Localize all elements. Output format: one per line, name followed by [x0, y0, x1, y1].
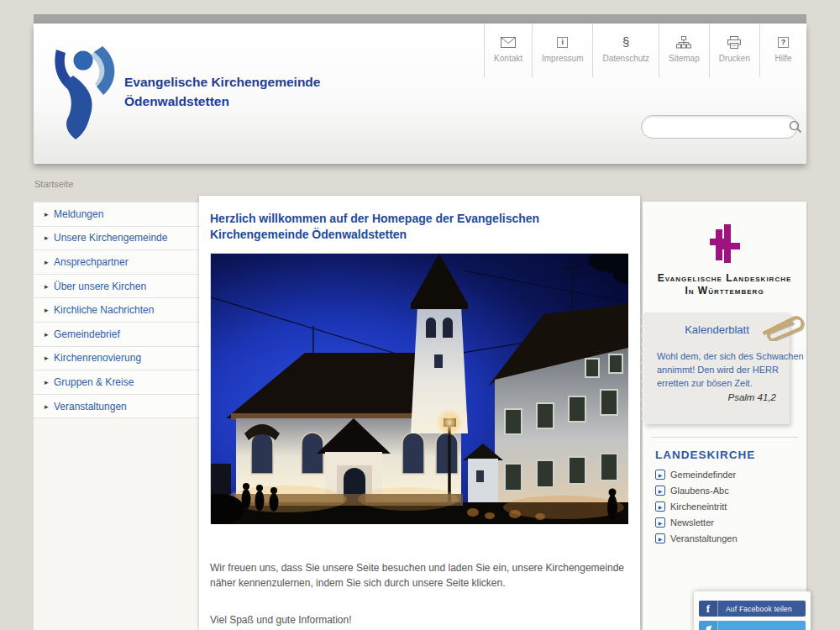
bullet-icon: ▸	[45, 330, 54, 339]
nav-label: Sitemap	[669, 54, 700, 63]
sidebar-item-ansprechpartner[interactable]: ▸Ansprechpartner	[34, 250, 199, 275]
bullet-icon: ▸	[45, 234, 54, 242]
help-icon: ?	[778, 34, 789, 50]
twitter-bird-icon	[699, 621, 718, 630]
bullet-icon: ▸	[45, 210, 54, 218]
verse-line: annimmt! Den wird der HERR	[657, 363, 788, 376]
right-sidebar: Evangelische Landeskirche In Württemberg…	[643, 202, 806, 630]
site-title: Evangelische Kirchengemeinde Ödenwaldste…	[124, 72, 320, 111]
sidebar-item-meldungen[interactable]: ▸Meldungen	[34, 202, 199, 227]
play-icon: ▶	[655, 470, 665, 480]
nav-label: Datenschutz	[602, 54, 649, 63]
verse-line: erretten zur bösen Zeit.	[657, 376, 788, 390]
nav-item-sitemap[interactable]: Sitemap	[659, 24, 709, 77]
site-title-line2: Ödenwaldstetten	[124, 92, 320, 111]
landeskirche-link-newsletter[interactable]: ▶Newsletter	[655, 517, 794, 528]
link-label: Veranstaltungen	[670, 533, 738, 543]
landeskirche-link-gemeindefinder[interactable]: ▶Gemeindefinder	[655, 470, 794, 480]
printer-icon	[727, 34, 741, 50]
share-facebook-label: Auf Facebook teilen	[718, 601, 806, 617]
verse-line: Wohl dem, der sich des Schwachen	[657, 349, 788, 363]
landeskirche-links-section: LANDESKIRCHE ▶Gemeindefinder ▶Glaubens-A…	[651, 437, 798, 543]
nav-item-hilfe[interactable]: ? Hilfe	[759, 24, 806, 77]
intro-paragraph: Wir freuen uns, dass Sie unsere Seite be…	[210, 560, 634, 591]
nav-item-impressum[interactable]: i Impressum	[532, 24, 592, 77]
church-night-photo	[210, 253, 627, 523]
breadcrumb-startseite[interactable]: Startseite	[34, 179, 73, 189]
landeskirche-link-kircheneintritt[interactable]: ▶Kircheneintritt	[655, 501, 794, 512]
sidebar-item-label: Über unsere Kirchen	[54, 281, 146, 292]
nav-label: Hilfe	[774, 54, 791, 63]
link-label: Gemeindefinder	[670, 470, 736, 480]
kalenderblatt-card: Kalenderblatt Wohl dem, der sich des Sch…	[644, 312, 790, 424]
landeskirche-heading: LANDESKIRCHE	[655, 449, 794, 461]
sidebar-item-label: Veranstaltungen	[54, 401, 127, 412]
bullet-icon: ▸	[45, 354, 54, 362]
header: Evangelische Kirchengemeinde Ödenwaldste…	[34, 24, 806, 164]
sidebar-item-gemeindebrief[interactable]: ▸Gemeindebrief	[34, 323, 199, 347]
play-icon: ▶	[655, 517, 665, 528]
kalenderblatt-source: Psalm 41,2	[644, 392, 776, 402]
envelope-icon	[501, 34, 516, 50]
link-label: Newsletter	[670, 517, 714, 528]
landeskirche-logo-line2: In Württemberg	[643, 285, 806, 297]
play-icon: ▶	[655, 533, 665, 543]
sidebar-item-label: Unsere Kirchengemeinde	[54, 232, 167, 244]
figure-logo-icon	[45, 39, 123, 141]
sidebar-item-label: Kirchenrenovierung	[54, 352, 141, 364]
left-sidebar: ▸Meldungen ▸Unsere Kirchengemeinde ▸Ansp…	[34, 202, 199, 630]
sidebar-item-label: Kirchliche Nachrichten	[54, 304, 154, 316]
link-label: Glaubens-Abc	[670, 486, 729, 496]
nav-label: Drucken	[719, 54, 750, 63]
search-icon[interactable]	[789, 120, 802, 134]
sidebar-item-kirchenrenovierung[interactable]: ▸Kirchenrenovierung	[34, 347, 199, 371]
share-twitter-button[interactable]	[699, 621, 806, 630]
nav-item-kontakt[interactable]: Kontakt	[484, 24, 532, 77]
share-twitter-label	[718, 621, 806, 630]
sidebar-item-label: Gemeindebrief	[54, 328, 120, 340]
top-gray-bar	[34, 14, 806, 24]
nav-label: Kontakt	[494, 54, 522, 63]
play-icon: ▶	[655, 501, 665, 512]
sidebar-item-gruppen-kreise[interactable]: ▸Gruppen & Kreise	[34, 370, 199, 395]
bullet-icon: ▸	[45, 282, 54, 291]
bullet-icon: ▸	[45, 258, 54, 266]
sidebar-item-label: Ansprechpartner	[54, 256, 129, 268]
torn-edge-decoration	[641, 312, 648, 424]
paragraph-icon: §	[622, 34, 629, 50]
sidebar-item-veranstaltungen[interactable]: ▸Veranstaltungen	[34, 395, 199, 419]
search-input[interactable]	[642, 118, 789, 135]
link-label: Kircheneintritt	[670, 501, 727, 512]
page-title: Herzlich willkommen auf der Homepage der…	[210, 211, 634, 243]
landeskirche-link-glaubens-abc[interactable]: ▶Glaubens-Abc	[655, 486, 794, 496]
landeskirche-link-veranstaltungen[interactable]: ▶Veranstaltungen	[655, 533, 794, 543]
play-icon: ▶	[655, 486, 665, 496]
sidebar-item-ueber-unsere-kirchen[interactable]: ▸Über unsere Kirchen	[34, 275, 199, 299]
facebook-icon: f	[699, 601, 718, 617]
sidebar-item-unsere-kirchengemeinde[interactable]: ▸Unsere Kirchengemeinde	[34, 227, 199, 251]
church-night-illustration	[211, 254, 628, 524]
main-content: Herzlich willkommen auf der Homepage der…	[199, 196, 640, 630]
info-icon: i	[557, 34, 568, 50]
landeskirche-logo[interactable]: Evangelische Landeskirche In Württemberg	[643, 202, 806, 297]
kalenderblatt-verse: Wohl dem, der sich des Schwachen annimmt…	[657, 349, 788, 390]
share-panel: f Auf Facebook teilen	[694, 591, 811, 630]
sidebar-item-label: Meldungen	[54, 208, 103, 220]
landeskirche-cross-icon	[710, 222, 740, 265]
church-logo	[45, 39, 123, 144]
top-nav: Kontakt i Impressum § Datenschutz Sitema…	[484, 24, 806, 77]
bullet-icon: ▸	[45, 306, 54, 314]
closing-paragraph: Viel Spaß und gute Information!	[210, 614, 629, 626]
nav-label: Impressum	[542, 54, 583, 63]
landeskirche-logo-line1: Evangelische Landeskirche	[643, 272, 806, 285]
sidebar-item-kirchliche-nachrichten[interactable]: ▸Kirchliche Nachrichten	[34, 298, 199, 323]
sitemap-icon	[676, 34, 691, 50]
site-title-line1: Evangelische Kirchengemeinde	[124, 72, 320, 92]
sidebar-item-label: Gruppen & Kreise	[54, 376, 134, 388]
paperclip-icon	[759, 312, 812, 344]
nav-item-drucken[interactable]: Drucken	[709, 24, 759, 77]
bullet-icon: ▸	[45, 402, 54, 411]
share-facebook-button[interactable]: f Auf Facebook teilen	[699, 601, 806, 617]
search-box	[641, 115, 798, 139]
nav-item-datenschutz[interactable]: § Datenschutz	[592, 24, 659, 77]
